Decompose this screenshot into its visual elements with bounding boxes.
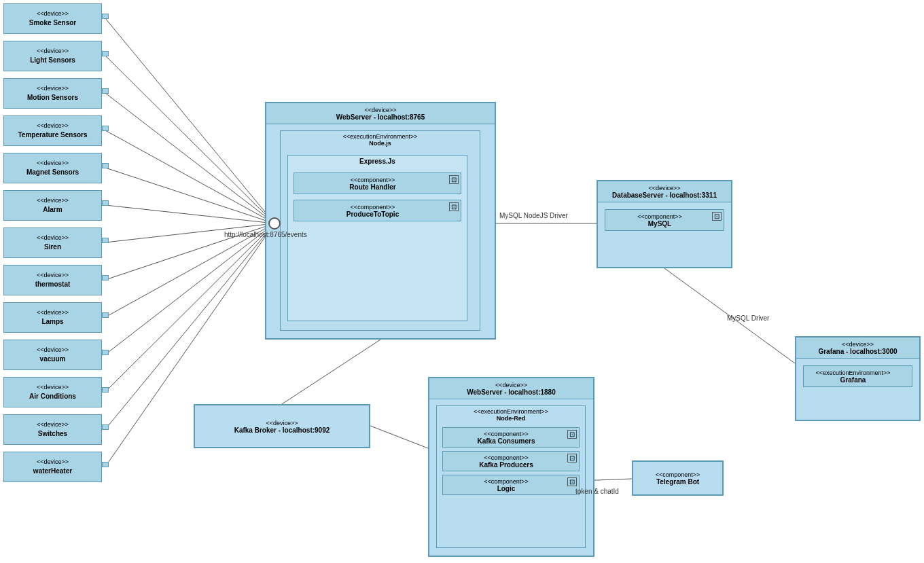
connector-tab-alarm: [102, 200, 109, 206]
connector-tab-smoke: [102, 14, 109, 19]
device-water-heater: <<device>> waterHeater: [3, 452, 102, 482]
svg-line-1: [105, 56, 274, 223]
connector-tab-motion: [102, 88, 109, 94]
grafana-header: <<device>> Grafana - localhost:3000: [796, 338, 919, 359]
connector-tab-vacuum: [102, 350, 109, 355]
nodejs1-header: <<executionEnvironment>>Node.js: [281, 131, 480, 149]
svg-line-9: [105, 223, 274, 355]
connector-tab-temp: [102, 126, 109, 131]
telegram-bot-label: <<component>> Telegram Bot: [656, 471, 700, 486]
grafana-env-box: <<executionEnvironment>> Grafana: [803, 365, 912, 387]
connector-tab-siren: [102, 238, 109, 243]
svg-line-11: [105, 223, 274, 429]
mysql-driver-label: MySQL Driver: [727, 314, 769, 322]
route-handler-box: <<component>> Route Handler ⊡: [294, 172, 461, 194]
svg-line-15: [282, 340, 380, 404]
connector-tab-thermo: [102, 275, 109, 280]
svg-line-0: [105, 18, 274, 223]
device-light-sensors: <<device>> Light Sensors: [3, 41, 102, 71]
kafka-broker-label: <<device>> Kafka Broker - localhost:9092: [234, 419, 330, 434]
logic-box: <<component>> Logic ⊡: [442, 475, 580, 495]
token-chatid-label: token & chatId: [575, 488, 619, 495]
mysql-nodejs-label: MySQL NodeJS Driver: [499, 212, 568, 219]
dbserver-box: <<device>> DatabaseServer - localhost:33…: [597, 180, 732, 268]
webserver1-box: <<device>> WebServer - localhost:8765 <<…: [265, 102, 496, 340]
svg-line-3: [105, 130, 274, 223]
svg-line-2: [105, 93, 274, 223]
device-siren: <<device>> Siren: [3, 228, 102, 258]
connector-tab-water: [102, 462, 109, 467]
diagram: <<device>> Smoke Sensor <<device>> Light…: [0, 0, 924, 563]
svg-line-5: [105, 205, 274, 223]
connector-tab-air: [102, 387, 109, 393]
grafana-box: <<device>> Grafana - localhost:3000 <<ex…: [795, 336, 921, 421]
svg-line-4: [105, 168, 274, 223]
nodred-header: <<executionEnvironment>>Node-Red: [437, 406, 585, 424]
kafka-consumers-box: <<component>> Kafka Consumers ⊡: [442, 427, 580, 448]
expressjs-header: Express.Js: [288, 156, 467, 167]
kafka-producers-box: <<component>> Kafka Producers ⊡: [442, 451, 580, 471]
device-motion-sensors: <<device>> Motion Sensors: [3, 78, 102, 109]
device-air-conditions: <<device>> Air Conditions: [3, 377, 102, 407]
connector-tab-light: [102, 51, 109, 56]
dbserver-header: <<device>> DatabaseServer - localhost:33…: [598, 181, 731, 202]
device-switches: <<device>> Switches: [3, 414, 102, 445]
circle-connector: [268, 217, 281, 230]
webserver1-header: <<device>> WebServer - localhost:8765: [266, 103, 495, 124]
webserver2-box: <<device>> WebServer - localhost:1880 <<…: [428, 377, 594, 557]
expressjs-box: Express.Js <<component>> Route Handler ⊡…: [287, 155, 467, 321]
device-temperature-sensors: <<device>> Temperature Sensors: [3, 115, 102, 146]
device-alarm: <<device>> Alarm: [3, 190, 102, 221]
connector-tab-switches: [102, 424, 109, 430]
connector-tab-magnet: [102, 163, 109, 168]
svg-line-16: [370, 426, 428, 448]
device-lamps: <<device>> Lamps: [3, 302, 102, 333]
device-vacuum: <<device>> vacuum: [3, 340, 102, 370]
produce-to-topic-box: <<component>> ProduceToTopic ⊡: [294, 200, 461, 221]
nodred-box: <<executionEnvironment>>Node-Red <<compo…: [436, 405, 586, 548]
http-label: http://localhost:8765/events: [224, 231, 307, 238]
kafka-broker-box: <<device>> Kafka Broker - localhost:9092: [194, 404, 370, 448]
telegram-bot-box: <<component>> Telegram Bot: [632, 460, 724, 496]
device-thermostat: <<device>> thermostat: [3, 265, 102, 295]
device-magnet-sensors: <<device>> Magnet Sensors: [3, 153, 102, 183]
nodejs1-box: <<executionEnvironment>>Node.js Express.…: [280, 130, 480, 331]
device-smoke-sensor: <<device>> Smoke Sensor: [3, 3, 102, 34]
webserver2-header: <<device>> WebServer - localhost:1880: [429, 378, 593, 399]
connector-tab-lamps: [102, 312, 109, 318]
mysql-box: <<component>> MySQL ⊡: [605, 209, 724, 231]
svg-line-10: [105, 223, 274, 392]
